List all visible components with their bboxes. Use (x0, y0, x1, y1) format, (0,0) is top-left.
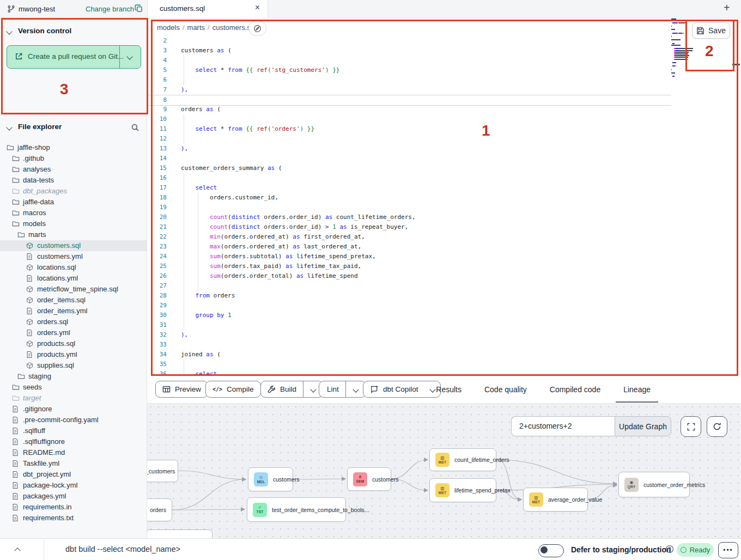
tree-item--sqlfluff[interactable]: .sqlfluff (0, 425, 147, 436)
tree-item--pre-commit-config-yaml[interactable]: .pre-commit-config.yaml (0, 415, 147, 425)
code-line-28[interactable]: 28 from orders (147, 291, 671, 301)
tree-item-locations-yml[interactable]: locations.yml (0, 273, 147, 284)
lineage-selector-input[interactable]: 2+customers+2 (511, 416, 615, 436)
code-line-10[interactable]: 10 (147, 114, 671, 124)
editor-scrollbar-thumb[interactable] (732, 64, 740, 65)
expand-command-bar-chevron-icon[interactable] (14, 547, 20, 553)
panel-tab-lineage[interactable]: Lineage (616, 376, 658, 403)
lineage-node-customers[interactable]: ◇MDLcustomers (248, 467, 293, 491)
code-line-22[interactable]: 22 min(orders.ordered_at) as first_order… (147, 232, 671, 242)
code-line-13[interactable]: 13), (147, 144, 671, 154)
help-icon[interactable] (665, 545, 674, 553)
code-line-23[interactable]: 23 max(orders.ordered_at) as last_ordere… (147, 242, 671, 252)
code-line-16[interactable]: 16 (147, 173, 671, 183)
code-line-18[interactable]: 18 orders.customer_id, (147, 193, 671, 203)
defer-toggle[interactable] (538, 544, 564, 557)
code-line-14[interactable]: 14 (147, 154, 671, 163)
code-line-30[interactable]: 30 group by 1 (147, 311, 671, 320)
tree-item-order-items-yml[interactable]: order_items.yml (0, 306, 147, 316)
code-line-26[interactable]: 26 sum(orders.order_total) as lifetime_s… (147, 271, 671, 281)
code-line-29[interactable]: 29 (147, 301, 671, 311)
code-line-2[interactable]: 2 (147, 38, 671, 46)
code-line-8[interactable]: 8 (147, 95, 671, 106)
tree-item-taskfile-yml[interactable]: Taskfile.yml (0, 458, 147, 469)
breadcrumb-part[interactable]: models (157, 23, 180, 32)
tree-item-seeds[interactable]: seeds (0, 382, 147, 393)
panel-tab-results[interactable]: Results (428, 376, 469, 403)
code-line-31[interactable]: 31 (147, 320, 671, 330)
code-line-7[interactable]: 7), (147, 85, 671, 95)
tree-item-requirements-in[interactable]: requirements.in (0, 502, 147, 513)
tree-item-metricflow-time-spine-sql[interactable]: metricflow_time_spine.sql (0, 284, 147, 295)
lineage-node-orders[interactable]: orders (147, 498, 172, 521)
code-line-4[interactable]: 4 (147, 56, 671, 65)
code-line-11[interactable]: 11 select * from {{ ref('orders') }} (147, 124, 671, 134)
lineage-node-customer-order-metrics[interactable]: ◉QRYcustomer_order_metrics (618, 472, 690, 497)
code-area[interactable]: 23customers as (45 select * from {{ ref(… (147, 38, 741, 376)
tree-item-dbt-packages[interactable]: dbt_packages (0, 186, 147, 197)
search-icon[interactable] (131, 123, 139, 132)
code-line-33[interactable]: 33 (147, 340, 671, 350)
code-line-21[interactable]: 21 count(distinct orders.order_id) > 1 a… (147, 222, 671, 232)
lineage-node-average-order-value[interactable]: ▥METaverage_order_value (523, 488, 588, 512)
tree-item-supplies-sql[interactable]: supplies.sql (0, 360, 147, 371)
code-line-35[interactable]: 35 (147, 360, 671, 369)
lineage-node-partial[interactable] (147, 529, 212, 538)
code-line-27[interactable]: 27 (147, 281, 671, 291)
ready-status-badge[interactable]: Ready (677, 543, 714, 557)
tree-item-packages-yml[interactable]: packages.yml (0, 491, 147, 502)
panel-tab-code-quality[interactable]: Code quality (477, 376, 535, 403)
fullscreen-button[interactable] (681, 416, 701, 437)
lineage-node-customers[interactable]: ⋔SEMcustomers (347, 467, 391, 491)
tree-item-dbt-project-yml[interactable]: dbt_project.yml (0, 469, 147, 480)
tree-item-requirements-txt[interactable]: requirements.txt (0, 513, 147, 524)
code-line-36[interactable]: 36 select (147, 369, 671, 376)
lineage-node-count-lifetime-orders[interactable]: ▥METcount_lifetime_orders (429, 448, 496, 471)
lint-split-button[interactable]: Lint (319, 381, 366, 398)
code-line-34[interactable]: 34joined as ( (147, 350, 671, 360)
refresh-button[interactable] (707, 416, 727, 437)
tree-item-data-tests[interactable]: data-tests (0, 175, 147, 186)
copy-branch-icon[interactable] (135, 4, 143, 13)
tree-item-locations-sql[interactable]: locations.sql (0, 262, 147, 273)
tree-item-marts[interactable]: marts (0, 229, 147, 240)
tree-item-models[interactable]: models (0, 218, 147, 229)
breadcrumb-part[interactable]: marts (187, 23, 205, 32)
copilot-lens-icon[interactable] (248, 21, 266, 36)
code-line-9[interactable]: 9orders as ( (147, 105, 671, 114)
code-line-6[interactable]: 6 (147, 75, 671, 85)
compile-button[interactable]: </> Compile (205, 381, 261, 398)
tree-item-jaffle-shop[interactable]: jaffle-shop (0, 142, 147, 153)
tree-item-jaffle-data[interactable]: jaffle-data (0, 197, 147, 208)
file-explorer-header[interactable]: File explorer (0, 121, 147, 135)
lineage-node-lifetime-spend-pretax[interactable]: ▥METlifetime_spend_pretax (429, 478, 496, 502)
lineage-node-test-order-items-compute-to-bools-[interactable]: ✓TSTtest_order_items_compute_to_bools... (247, 497, 346, 522)
pr-dropdown-chevron-icon[interactable] (126, 53, 132, 59)
tree-item-readme-md[interactable]: README.md (0, 447, 147, 458)
tree-item-products-yml[interactable]: products.yml (0, 349, 147, 360)
more-options-button[interactable]: ••• (718, 542, 738, 558)
tree-item-customers-yml[interactable]: customers.yml (0, 251, 147, 262)
panel-tab-compiled-code[interactable]: Compiled code (542, 376, 608, 403)
new-tab-button[interactable]: + (724, 2, 730, 14)
update-graph-button[interactable]: Update Graph (615, 416, 671, 436)
change-branch-link[interactable]: Change branch (86, 5, 134, 13)
code-line-3[interactable]: 3customers as ( (147, 46, 671, 56)
tree-item-customers-sql[interactable]: customers.sql (0, 240, 147, 251)
tree-item-macros[interactable]: macros (0, 208, 147, 218)
tree-item--gitignore[interactable]: .gitignore (0, 404, 147, 415)
tree-item--github[interactable]: .github (0, 153, 147, 164)
tree-item-staging[interactable]: staging (0, 371, 147, 382)
dbt-command-input[interactable]: dbt build --select <model_name> (65, 545, 180, 553)
code-line-32[interactable]: 32), (147, 330, 671, 340)
code-line-24[interactable]: 24 sum(orders.subtotal) as lifetime_spen… (147, 252, 671, 261)
editor-tab-customers-sql[interactable]: customers.sql × (147, 0, 268, 18)
preview-button[interactable]: Preview (155, 381, 208, 398)
tree-item-products-sql[interactable]: products.sql (0, 338, 147, 349)
code-line-17[interactable]: 17 select (147, 183, 671, 193)
create-pull-request-button[interactable]: Create a pull request on Git... (7, 45, 141, 69)
code-line-12[interactable]: 12 (147, 134, 671, 144)
tree-item-order-items-sql[interactable]: order_items.sql (0, 295, 147, 306)
close-tab-icon[interactable]: × (255, 3, 260, 13)
tree-item--sqlfluffignore[interactable]: .sqlfluffignore (0, 436, 147, 447)
